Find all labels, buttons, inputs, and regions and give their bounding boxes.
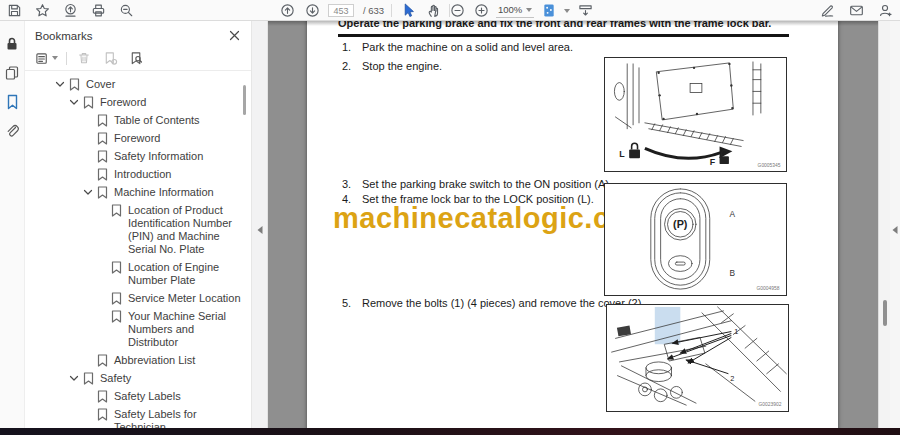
delete-bookmark-button[interactable] (75, 49, 93, 67)
os-taskbar-edge (0, 428, 900, 435)
zoom-level-value: 100% (498, 4, 522, 15)
bookmark-item-safety-section[interactable]: Safety (25, 370, 251, 388)
bookmark-label: Foreword (114, 132, 245, 145)
mail-button[interactable] (847, 2, 865, 20)
favorite-button[interactable] (33, 2, 51, 20)
bookmark-label: Safety Labels for Technician (114, 408, 245, 428)
step-number: 3. (342, 178, 362, 190)
step-text: Park the machine on a solid and level ar… (362, 41, 573, 53)
doc-intro-line: Operate the parking brake and fix the fr… (338, 21, 808, 29)
bookmark-icon (111, 204, 122, 217)
bookmarks-panel-button[interactable] (4, 93, 21, 110)
bookmark-item-cover[interactable]: Cover (25, 76, 251, 94)
bookmark-icon (5, 94, 20, 110)
doc-step: 1. Park the machine on a solid and level… (342, 41, 573, 53)
collapse-left-panel-handle[interactable] (252, 21, 268, 428)
chevron-down-icon[interactable] (69, 373, 79, 384)
page-total-label: / 633 (363, 5, 384, 16)
bookmarks-scrollbar-thumb[interactable] (243, 85, 246, 115)
bookmark-item-safety-labels[interactable]: Safety Labels (25, 388, 251, 406)
figure-label-1: 1 (734, 327, 738, 336)
figure-id: G0004958 (757, 286, 780, 291)
page-view-icon (542, 3, 556, 18)
chevron-down-icon[interactable] (83, 187, 93, 198)
save-button[interactable] (5, 2, 23, 20)
bookmark-icon (111, 261, 122, 274)
select-tool-button[interactable] (399, 2, 417, 20)
bookmark-item-introduction[interactable]: Introduction (25, 166, 251, 184)
previous-page-icon (280, 3, 295, 18)
bookmark-label: Your Machine Serial Numbers and Distribu… (128, 310, 245, 349)
scrollbar-thumb[interactable] (883, 300, 887, 326)
bookmark-item-foreword-section[interactable]: Foreword (25, 94, 251, 112)
parking-brake-switch-diagram: (P) A B G0004958 (605, 184, 786, 295)
next-page-button[interactable] (303, 2, 321, 20)
step-text: Set the parking brake switch to the ON p… (362, 178, 612, 190)
figure-label-2: 2 (730, 374, 734, 383)
bookmark-icon (97, 354, 108, 367)
chevron-down-icon[interactable] (55, 79, 65, 90)
bookmark-item-abbreviation-list[interactable]: Abbreviation List (25, 352, 251, 370)
bookmark-item-foreword[interactable]: Foreword (25, 130, 251, 148)
vertical-scrollbar[interactable] (878, 21, 890, 428)
page-view-mode-button[interactable] (540, 2, 558, 20)
navigation-rail (0, 21, 25, 428)
collapse-right-panel-handle[interactable] (890, 21, 900, 428)
bookmark-icon (97, 390, 108, 403)
bookmark-item-engine-number-plate[interactable]: Location of Engine Number Plate (25, 259, 251, 290)
pages-panel-button[interactable] (4, 64, 21, 81)
zoom-in-button[interactable] (472, 2, 490, 20)
bookmark-item-safety-labels-technician[interactable]: Safety Labels for Technician (25, 406, 251, 428)
figure-label-b: B (729, 268, 735, 278)
bookmark-item-machine-information[interactable]: Machine Information (25, 184, 251, 202)
bookmark-icon (111, 310, 122, 323)
sign-button[interactable] (818, 2, 836, 20)
bookmarks-tree: Cover Foreword Table of Contents Forewor… (25, 71, 251, 428)
bookmark-options-button[interactable] (34, 49, 58, 67)
bookmark-icon (69, 78, 80, 91)
attachments-panel-button[interactable] (4, 122, 21, 139)
add-bookmark-icon (103, 51, 118, 66)
step-number: 1. (342, 41, 362, 53)
account-button[interactable] (876, 2, 894, 20)
share-button[interactable] (61, 2, 79, 20)
document-viewer[interactable]: Operate the parking brake and fix the fr… (268, 21, 878, 428)
chevron-down-icon[interactable] (564, 9, 570, 13)
bookmark-icon (97, 186, 108, 199)
toolbar-account-group (818, 0, 894, 21)
bookmark-item-serial-numbers[interactable]: Your Machine Serial Numbers and Distribu… (25, 308, 251, 352)
security-panel-button[interactable] (4, 35, 21, 52)
zoom-level-select[interactable]: 100% (496, 3, 534, 18)
bookmark-icon (83, 372, 94, 385)
search-button[interactable] (117, 2, 135, 20)
locate-bookmark-button[interactable] (127, 49, 145, 67)
close-icon (229, 30, 240, 41)
main-toolbar: 453 / 633 100% (0, 0, 900, 21)
zoom-out-button[interactable] (448, 2, 466, 20)
hand-tool-button[interactable] (424, 2, 442, 20)
figure-id: G0023902 (759, 402, 782, 407)
bookmark-item-safety-information[interactable]: Safety Information (25, 148, 251, 166)
bookmark-label: Foreword (100, 96, 245, 109)
bookmark-icon (83, 96, 94, 109)
close-panel-button[interactable] (227, 29, 241, 43)
previous-page-button[interactable] (278, 2, 296, 20)
print-icon (91, 3, 106, 18)
chevron-down-icon[interactable] (69, 97, 79, 108)
bookmark-options-icon (35, 51, 50, 66)
doc-horizontal-rule (338, 34, 789, 37)
doc-step: 2. Stop the engine. (342, 60, 442, 72)
bookmark-item-pin-plate[interactable]: Location of Product Identification Numbe… (25, 202, 251, 259)
add-bookmark-button[interactable] (101, 49, 119, 67)
bookmark-item-service-meter[interactable]: Service Meter Location (25, 290, 251, 308)
zoom-in-icon (474, 3, 489, 18)
pages-icon (4, 65, 20, 81)
print-button[interactable] (89, 2, 107, 20)
figure-frame-lock-bar: L F G0005345 (604, 57, 787, 172)
bookmark-item-toc[interactable]: Table of Contents (25, 112, 251, 130)
bookmark-label: Location of Product Identification Numbe… (128, 204, 245, 256)
fit-width-button[interactable] (576, 2, 594, 20)
select-tool-icon (401, 3, 415, 18)
trash-icon (77, 51, 91, 65)
page-number-input[interactable]: 453 (328, 4, 354, 17)
